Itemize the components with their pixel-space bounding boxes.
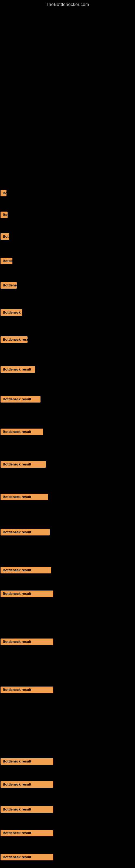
bottleneck-bar-21: Bottleneck result: [1, 830, 53, 836]
bottleneck-bar-2: Bottleneck result: [1, 212, 8, 218]
bottleneck-bar-10: Bottleneck result: [1, 429, 43, 435]
bottleneck-bar-1: Bottleneck result: [1, 190, 6, 196]
bottleneck-bar-12: Bottleneck result: [1, 494, 48, 500]
bottleneck-bar-18: Bottleneck result: [1, 758, 53, 765]
bottleneck-bar-5: Bottleneck result: [1, 282, 17, 289]
site-title: TheBottlenecker.com: [0, 0, 135, 8]
bottleneck-bar-13: Bottleneck result: [1, 529, 50, 535]
bottleneck-bar-20: Bottleneck result: [1, 806, 53, 813]
bottleneck-bar-11: Bottleneck result: [1, 461, 46, 468]
bottleneck-bar-15: Bottleneck result: [1, 590, 53, 597]
bottleneck-bar-7: Bottleneck result: [1, 336, 28, 343]
bottleneck-bar-4: Bottleneck result: [1, 258, 12, 264]
bottleneck-bar-6: Bottleneck result: [1, 309, 22, 316]
bottleneck-bar-19: Bottleneck result: [1, 781, 53, 788]
bottleneck-bar-14: Bottleneck result: [1, 567, 51, 574]
bottleneck-bar-3: Bottleneck result: [1, 233, 9, 240]
bottleneck-bar-22: Bottleneck result: [1, 854, 53, 860]
bottleneck-bar-8: Bottleneck result: [1, 366, 35, 373]
bottleneck-bar-16: Bottleneck result: [1, 639, 53, 645]
bottleneck-bar-9: Bottleneck result: [1, 396, 41, 403]
bottleneck-bar-17: Bottleneck result: [1, 686, 53, 693]
